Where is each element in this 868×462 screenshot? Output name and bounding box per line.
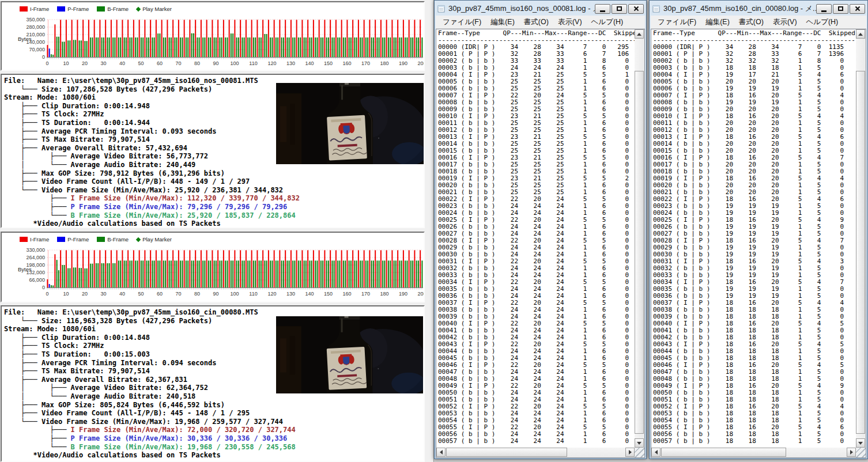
- scroll-up-button[interactable]: [856, 29, 865, 39]
- menu-view[interactable]: 表示(V): [553, 16, 587, 29]
- scroll-down-button[interactable]: [635, 438, 644, 448]
- scroll-right-button[interactable]: [847, 448, 856, 457]
- svg-text:90: 90: [213, 291, 218, 297]
- svg-text:140: 140: [305, 60, 314, 66]
- tree-line: └─── Video Frame Size (Min/Ave/Max): 25,…: [4, 186, 300, 195]
- info-text: TS Clock: 27MHz: [41, 110, 104, 118]
- tree-branch: ├───: [4, 359, 41, 367]
- svg-text:170: 170: [361, 60, 370, 66]
- vertical-scroll-thumb[interactable]: [635, 71, 644, 434]
- tree-line: ├─── Average Overall Bitrate: 62,367,831: [4, 376, 296, 384]
- titlebar[interactable]: 30p_pv87_45mm_iso160_nos_00081.log - メ..…: [436, 2, 645, 16]
- menu-file[interactable]: ファイル(F): [438, 16, 486, 29]
- scroll-left-button[interactable]: [436, 448, 446, 457]
- minimize-button[interactable]: [816, 4, 832, 14]
- chart-legend: I-FrameP-FrameB-FramePlay Marker: [20, 236, 172, 243]
- legend-item: P-Frame: [57, 6, 89, 12]
- log-text[interactable]: Frame--Type QP---Min---Max---Range---DC …: [653, 30, 856, 448]
- arrow-left-icon: [440, 450, 443, 455]
- tree-line: ├─── TS Max Bitrate: 79,907,514: [4, 367, 296, 376]
- svg-text:0: 0: [42, 54, 45, 60]
- bitrate-chart-panel-1: I-FrameP-FrameB-FramePlay Marker070,0001…: [1, 1, 425, 71]
- menu-format[interactable]: 書式(O): [519, 16, 553, 29]
- horizontal-scrollbar[interactable]: [436, 448, 635, 457]
- tree-branch: File:: [4, 77, 37, 85]
- screen: I-FrameP-FrameB-FramePlay Marker070,0001…: [0, 0, 868, 462]
- tree-branch: ├───: [4, 194, 71, 202]
- svg-text:0: 0: [42, 285, 45, 290]
- tree-branch: ├───: [4, 203, 71, 211]
- scroll-right-button[interactable]: [625, 448, 635, 457]
- svg-text:180: 180: [380, 60, 388, 66]
- log-text[interactable]: Frame--Type QP---Min---Max---Range---DC …: [438, 30, 635, 448]
- tree-branch: │ └───: [4, 392, 71, 400]
- svg-text:160: 160: [342, 60, 351, 66]
- tree-line: └─── B Frame Size (Min/Ave/Max): 19,968 …: [4, 443, 296, 452]
- tree-line: ├─── I Frame Size (Min/Ave/Max): 72,000 …: [4, 426, 296, 434]
- resize-grip[interactable]: [635, 448, 644, 457]
- titlebar[interactable]: 30p_pv87_45mm_iso160_cin_00080.log - メ..…: [651, 2, 866, 16]
- maximize-button[interactable]: [833, 4, 848, 14]
- scroll-left-button[interactable]: [651, 448, 661, 457]
- horizontal-scroll-thumb[interactable]: [661, 448, 786, 457]
- svg-text:110: 110: [249, 60, 257, 66]
- svg-text:60: 60: [157, 60, 163, 66]
- close-button[interactable]: [850, 4, 865, 14]
- minimize-icon: [600, 10, 605, 12]
- menu-edit[interactable]: 編集(E): [486, 16, 519, 29]
- menu-help[interactable]: ヘルプ(H): [587, 16, 628, 29]
- tree-branch: ├───: [4, 376, 41, 384]
- svg-text:70: 70: [175, 291, 181, 297]
- bitrate-chart-panel-2: I-FrameP-FrameB-FramePlay Marker066,0001…: [1, 232, 425, 302]
- svg-text:130: 130: [286, 60, 295, 66]
- tree-branch: ├───: [4, 127, 41, 135]
- tree-line: │ └─── Average Audio Bitrate: 240,449: [4, 161, 300, 169]
- vertical-scrollbar[interactable]: [635, 29, 644, 448]
- horizontal-scrollbar[interactable]: [651, 448, 856, 457]
- svg-text:40: 40: [119, 291, 125, 297]
- tree-line: ├─── TS Duration: 0:00:14.944: [4, 119, 300, 127]
- menu-help[interactable]: ヘルプ(H): [802, 16, 843, 29]
- svg-text:110: 110: [249, 291, 257, 297]
- stream-info-panel-2: File: Name: E:\user\temp\30p_pv87_45mm_i…: [1, 305, 425, 462]
- info-text: *Video/Audio calculations based on TS Pa…: [33, 451, 221, 459]
- horizontal-scroll-thumb[interactable]: [446, 448, 567, 457]
- arrow-down-icon: [637, 442, 641, 445]
- notepad-window-1: 30p_pv87_45mm_iso160_nos_00081.log - メ..…: [434, 0, 647, 459]
- tree-line: ├─── TS Duration: 0:00:15.003: [4, 350, 296, 359]
- tree-branch: ├───: [4, 342, 41, 350]
- stream-info-panel-1: File: Name: E:\user\temp\30p_pv87_45mm_i…: [1, 74, 425, 228]
- arrow-right-icon: [629, 450, 632, 455]
- legend-label: I-Frame: [30, 6, 49, 12]
- tree-line: ├─── Max GOP Size: 805,824 Bytes (6,446,…: [4, 401, 296, 410]
- info-text: Size: 116,963,328 Bytes (427,296 Packets…: [41, 317, 212, 325]
- legend-label: Play Marker: [142, 236, 172, 243]
- vertical-scroll-thumb[interactable]: [856, 71, 865, 434]
- svg-text:200: 200: [417, 60, 424, 66]
- menu-view[interactable]: 表示(V): [768, 16, 802, 29]
- svg-text:20: 20: [82, 291, 88, 297]
- window-title: 30p_pv87_45mm_iso160_cin_00080.log - メ..…: [663, 3, 816, 14]
- arrow-right-icon: [850, 450, 853, 455]
- resize-grip[interactable]: [856, 448, 866, 457]
- menu-file[interactable]: ファイル(F): [653, 16, 701, 29]
- arrow-down-icon: [858, 442, 863, 445]
- menu-format[interactable]: 書式(O): [734, 16, 768, 29]
- svg-text:70: 70: [175, 60, 181, 66]
- menu-edit[interactable]: 編集(E): [701, 16, 734, 29]
- minimize-button[interactable]: [595, 4, 610, 14]
- info-text: *Video/Audio calculations based on TS Pa…: [33, 219, 221, 228]
- close-button[interactable]: [628, 4, 644, 14]
- info-text: Average Overall Bitrate: 62,367,831: [41, 376, 187, 384]
- arrow-up-icon: [858, 33, 863, 36]
- scroll-up-button[interactable]: [635, 29, 644, 39]
- info-text: Mode: 1080/60i: [37, 93, 96, 101]
- tree-branch: └───: [4, 317, 41, 325]
- scroll-down-button[interactable]: [856, 438, 865, 448]
- legend-item: I-Frame: [20, 6, 49, 12]
- tree-line: ├─── Clip Duration: 0:00:14.848: [4, 334, 296, 342]
- vertical-scrollbar[interactable]: [856, 29, 866, 448]
- i-frame-swatch: [20, 6, 28, 12]
- info-text: TS Duration: 0:00:14.944: [41, 119, 150, 127]
- maximize-button[interactable]: [612, 4, 627, 14]
